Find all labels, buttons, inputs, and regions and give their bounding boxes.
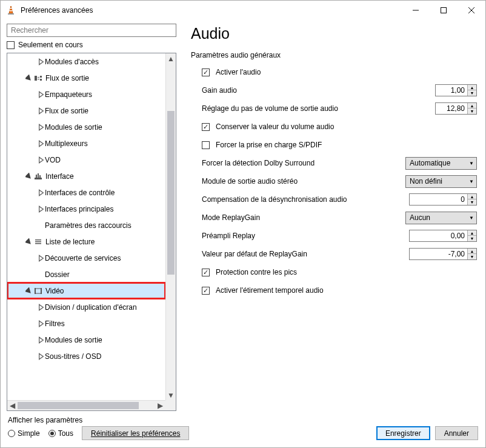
spinbox-value[interactable]: 1,00 [436, 86, 467, 95]
spinbox-value[interactable]: 0 [410, 195, 467, 204]
tree-item[interactable]: Découverte de services [7, 250, 165, 266]
tree-item[interactable]: Vidéo [7, 283, 165, 299]
spinbox-value[interactable]: -7,00 [410, 250, 467, 258]
tree-vertical-scrollbar[interactable]: ▲▼ [165, 53, 176, 400]
spinbox[interactable]: 0▲▼ [409, 193, 477, 206]
svg-marker-17 [39, 124, 44, 130]
reset-button[interactable]: Réinitialiser les préférences [82, 426, 189, 440]
chevron-right-icon[interactable] [38, 206, 45, 213]
chevron-down-icon[interactable] [25, 287, 33, 295]
svg-marker-20 [25, 173, 33, 180]
tree-item[interactable]: VOD [7, 152, 165, 168]
plist-icon [33, 238, 44, 246]
checkbox-label: Activer l'audio [216, 68, 261, 76]
tree-item[interactable]: Interfaces principales [7, 201, 165, 217]
spinbox-value[interactable]: 12,80 [436, 104, 467, 113]
checkbox[interactable] [202, 69, 210, 76]
minimize-button[interactable] [402, 1, 430, 20]
checkbox[interactable] [202, 287, 210, 295]
chevron-right-icon[interactable] [38, 304, 45, 311]
tree-item[interactable]: Liste de lecture [7, 233, 165, 250]
tree-item[interactable]: Interfaces de contrôle [7, 184, 165, 201]
dropdown-value: Non défini [406, 177, 467, 186]
chevron-right-icon[interactable] [38, 156, 45, 164]
chevron-right-icon[interactable] [38, 336, 45, 344]
spinbox[interactable]: -7,00▲▼ [409, 248, 477, 260]
tree-item[interactable]: Multiplexeurs [7, 135, 165, 152]
checkbox[interactable] [202, 123, 210, 131]
tree-item-label: Flux de sortie [45, 74, 89, 82]
chevron-right-icon[interactable] [38, 107, 45, 115]
tree-item[interactable]: Sous-titres / OSD [7, 348, 165, 364]
checkbox[interactable] [202, 141, 210, 149]
radio-all-label: Tous [58, 429, 73, 438]
category-tree: Modules d'accèsFlux de sortieEmpaqueteur… [7, 53, 176, 411]
chevron-right-icon[interactable] [38, 353, 45, 360]
dropdown[interactable]: Automatique▼ [405, 157, 477, 170]
chevron-right-icon[interactable] [38, 91, 45, 98]
spin-down-icon[interactable]: ▼ [468, 109, 476, 114]
svg-rect-13 [40, 76, 42, 78]
tree-horizontal-scrollbar[interactable]: ◀▶ [7, 400, 165, 410]
tree-item[interactable]: Flux de sortie [7, 70, 165, 86]
tree-item[interactable]: Modules de sortie [7, 332, 165, 348]
dropdown[interactable]: Aucun▼ [405, 212, 477, 224]
tree-item-label: Interfaces de contrôle [45, 189, 115, 197]
maximize-button[interactable] [430, 1, 458, 20]
spin-up-icon[interactable]: ▲ [468, 85, 476, 90]
cancel-button[interactable]: Annuler [435, 426, 478, 440]
only-loaded-label: Seulement en cours [18, 41, 83, 49]
spin-up-icon[interactable]: ▲ [468, 230, 476, 236]
tree-item-label: Empaqueteurs [45, 90, 92, 99]
radio-all[interactable] [48, 430, 56, 437]
search-input[interactable] [7, 24, 176, 37]
chevron-right-icon[interactable] [38, 320, 45, 327]
spin-up-icon[interactable]: ▲ [468, 194, 476, 199]
tree-item[interactable]: Paramètres des raccourcis [7, 217, 165, 233]
only-loaded-checkbox[interactable] [7, 41, 15, 49]
tree-item[interactable]: Division / duplication d'écran [7, 299, 165, 315]
chevron-down-icon[interactable] [25, 173, 33, 180]
save-button[interactable]: Enregistrer [376, 426, 430, 440]
spin-up-icon[interactable]: ▲ [468, 103, 476, 109]
tree-item[interactable]: Modules d'accès [7, 53, 165, 70]
chevron-down-icon[interactable] [25, 75, 33, 82]
svg-marker-0 [9, 6, 13, 13]
spin-down-icon[interactable]: ▼ [468, 199, 476, 205]
svg-rect-12 [38, 79, 39, 79]
chevron-right-icon[interactable] [38, 124, 45, 131]
tree-item[interactable]: Interface [7, 168, 165, 184]
tree-item[interactable]: Dossier [7, 266, 165, 283]
spin-up-icon[interactable]: ▲ [468, 249, 476, 254]
svg-rect-30 [35, 243, 41, 244]
checkbox[interactable] [202, 269, 210, 276]
svg-marker-16 [39, 108, 44, 113]
spin-down-icon[interactable]: ▼ [468, 90, 476, 96]
chevron-down-icon[interactable] [25, 238, 33, 246]
dropdown-value: Automatique [406, 159, 467, 167]
field-label: Préampli Replay [202, 232, 409, 240]
dropdown[interactable]: Non défini▼ [405, 175, 477, 188]
svg-marker-31 [39, 255, 44, 261]
svg-marker-26 [39, 206, 44, 212]
tree-item-label: Modules d'accès [45, 58, 99, 66]
close-button[interactable] [458, 1, 485, 20]
tree-item[interactable]: Filtres [7, 315, 165, 332]
radio-simple[interactable] [8, 430, 15, 437]
spin-down-icon[interactable]: ▼ [468, 254, 476, 259]
tree-item[interactable]: Empaqueteurs [7, 86, 165, 102]
spinbox[interactable]: 12,80▲▼ [435, 102, 477, 115]
tree-item[interactable]: Flux de sortie [7, 102, 165, 119]
svg-marker-32 [25, 287, 33, 295]
chevron-right-icon[interactable] [38, 255, 45, 262]
chevron-right-icon[interactable] [38, 58, 45, 65]
spinbox-value[interactable]: 0,00 [410, 232, 467, 240]
tree-item[interactable]: Modules de sortie [7, 119, 165, 135]
chevron-right-icon[interactable] [38, 189, 45, 196]
chevron-right-icon[interactable] [38, 140, 45, 147]
spin-down-icon[interactable]: ▼ [468, 236, 476, 241]
tree-item-label: Interfaces principales [45, 205, 113, 213]
spinbox[interactable]: 1,00▲▼ [435, 84, 477, 96]
spinbox[interactable]: 0,00▲▼ [409, 230, 477, 242]
field-label: Forcer la détection Dolby Surround [202, 159, 405, 167]
